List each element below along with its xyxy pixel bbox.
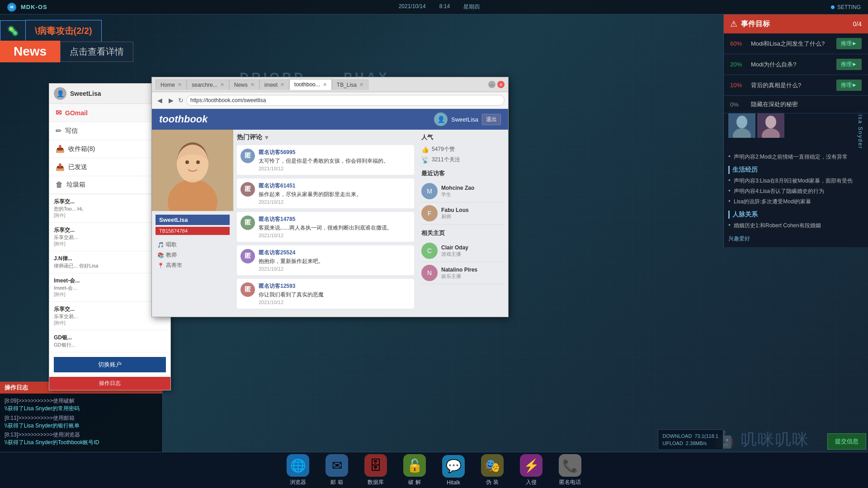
comment-3-content: 匿名访客14785 客观来说......两人各执一词，很难判断出到底谁在撒谎。 …	[259, 216, 392, 238]
event-header: ⚠ 事件目标 0/4	[724, 14, 868, 33]
browser-tab-home-close[interactable]: ✕	[178, 82, 182, 88]
submit-info-button[interactable]: 提交信息	[827, 433, 866, 450]
toothbook-user-area: 👤 SweetLisa 退出	[434, 113, 501, 126]
browser-tab-searchre-close[interactable]: ✕	[220, 82, 224, 88]
event-text-4: 隐藏在深处的秘密	[751, 100, 862, 108]
browser-back-button[interactable]: ◀	[156, 96, 164, 105]
browser-close-button[interactable]: ✕	[497, 81, 505, 88]
taskbar-intrude[interactable]: ⚡ 入侵	[515, 451, 547, 488]
photo-1	[728, 111, 755, 138]
taskbar-hitalk[interactable]: 💬 Hitalk	[438, 452, 469, 488]
browser-tab-toothbook[interactable]: toothboo... ✕	[289, 79, 332, 90]
profile-card-main	[728, 111, 854, 149]
event-title: 事件目标	[741, 19, 770, 29]
taskbar-database[interactable]: 🗄 数据库	[360, 451, 392, 488]
taskbar-disguise[interactable]: 🎭 伪 装	[476, 451, 508, 488]
browser-tab-home[interactable]: Home ✕	[156, 80, 187, 90]
event-percent-2: 20%	[730, 61, 746, 68]
comments-chevron: ▾	[265, 134, 268, 141]
teacher-icon: 📚	[157, 252, 164, 258]
msg-preview-1: 您的Too... Hi,	[54, 206, 166, 212]
profile-image-inner	[152, 130, 233, 211]
browser-tab-searchre-label: searchre...	[192, 82, 217, 88]
event-text-3: 背后的真相是什么?	[751, 81, 832, 89]
event-item-3[interactable]: 10% 背后的真相是什么? 推理►	[724, 75, 868, 96]
taskbar-email[interactable]: ✉ 邮 箱	[321, 451, 353, 488]
taskbar-crack[interactable]: 🔓 破 解	[399, 451, 430, 488]
related-1[interactable]: C Clair Oday 游戏主播	[421, 240, 505, 262]
browser-tab-searchre[interactable]: searchre... ✕	[187, 80, 229, 90]
hitalk-label: Hitalk	[447, 479, 460, 486]
browser-tab-tblisa-close[interactable]: ✕	[359, 82, 363, 88]
event-btn-1[interactable]: 推理►	[836, 38, 862, 49]
op-result-1: \\获得了Lisa Snyder的常用密码	[5, 405, 80, 412]
email-label: 邮 箱	[330, 479, 343, 486]
browser-refresh-button[interactable]: ↻	[178, 97, 184, 104]
profile-card-name-area: Lisa Snyder	[857, 111, 863, 149]
browser-tab-tblisa[interactable]: TB_Lisa ✕	[332, 80, 368, 90]
browser-tab-imeet[interactable]: imeet ✕	[259, 80, 289, 90]
visitor-1-name: Mohcine Zao	[441, 185, 474, 191]
browser-minimize-button[interactable]: —	[488, 81, 495, 88]
visitor-1: M Mohcine Zao 学生	[421, 180, 505, 202]
msg-preview-4: Imeet-会...	[54, 285, 166, 291]
browser-tab-news-close[interactable]: ✕	[250, 82, 255, 88]
comment-2-name: 匿名访客61451	[259, 182, 362, 190]
toothbook-user-avatar: 👤	[434, 113, 448, 126]
topbar: M MDK-OS 2021/10/14 8:14 星期四 SETTING	[0, 0, 868, 14]
msg-from-1: 乐享交...	[54, 198, 166, 206]
interest-label: 兴趣爱好	[728, 234, 750, 243]
city-icon: 📍	[157, 263, 164, 269]
database-icon: 🗄	[364, 454, 387, 477]
taskbar-browser[interactable]: 🌐 浏览器	[282, 451, 314, 488]
browser-label: 浏览器	[290, 479, 306, 486]
news-tag: News	[0, 41, 60, 62]
browser-url-input[interactable]	[186, 95, 505, 106]
news-banner[interactable]: News 点击查看详情	[0, 41, 133, 62]
profile-info: 🎵 唱歌 📚 教师 📍 高蒂市	[154, 237, 231, 273]
browser-toolbar: ◀ ▶ ↻	[152, 92, 508, 109]
virus-banner[interactable]: 🦠 \病毒攻击(2/2)	[0, 20, 102, 42]
setting-dot	[831, 5, 835, 9]
related-1-info: Clair Oday 游戏主播	[441, 244, 468, 258]
toothbook-body: SweetLisa TB15874784 🎵 唱歌 📚 教师 📍	[152, 130, 508, 315]
comment-2-content: 匿名访客61451 振作起来，尽快从家暴男的阴影里走出来。 2021/10/12	[259, 182, 362, 205]
profile-avatar-svg	[152, 130, 233, 211]
browser-forward-button[interactable]: ▶	[167, 96, 175, 105]
op-log-content: [8:09]>>>>>>>>>>>使用破解 \\获得了Lisa Snyder的常…	[0, 394, 162, 452]
msg-from-6: GD银...	[54, 334, 166, 342]
comment-1-text: 太可怜了，但是你是个勇敢的女孩，你会得到幸福的。	[259, 157, 389, 165]
topbar-logo: M	[7, 3, 16, 12]
browser-window: Home ✕ searchre... ✕ News ✕ imeet ✕ toot…	[151, 77, 509, 317]
visitor-2-avatar: F	[421, 205, 438, 221]
browser-tab-toothbook-close[interactable]: ✕	[323, 82, 327, 88]
toothbook-logout-button[interactable]: 退出	[482, 114, 501, 125]
compose-icon: ✏	[56, 127, 61, 135]
popularity-title: 人气	[421, 133, 505, 141]
comment-4-content: 匿名访客25524 抱抱你，重新振作起来吧。 2021/10/12	[259, 249, 324, 272]
email-msg-6[interactable]: GD银... GD银行...	[49, 330, 170, 352]
visitor-1-role: 学生	[441, 191, 474, 198]
op-time-3: [8:13]>>>>>>>>>>>使用浏览器	[5, 432, 80, 438]
taskbar-anon-phone[interactable]: 📞 匿名电话	[554, 451, 586, 488]
database-label: 数据库	[368, 479, 384, 486]
comment-3-text: 客观来说......两人各执一词，很难判断出到底谁在撒谎。	[259, 224, 392, 232]
related-2[interactable]: N Natalino Pires 娱乐主播	[421, 262, 505, 284]
browser-tab-imeet-close[interactable]: ✕	[280, 82, 284, 88]
switch-account-button[interactable]: 切换账户	[54, 357, 166, 372]
like-icon: 👍	[421, 146, 429, 153]
event-btn-2[interactable]: 推理►	[836, 59, 862, 70]
op-entry-1: [8:09]>>>>>>>>>>>使用破解 \\获得了Lisa Snyder的常…	[5, 397, 158, 413]
event-btn-3[interactable]: 推理►	[836, 80, 862, 91]
browser-tab-news[interactable]: News ✕	[229, 80, 259, 90]
compose-label: 写信	[65, 127, 78, 135]
event-item-1[interactable]: 60% Modi和Lisa之间发生了什么? 推理►	[724, 33, 868, 54]
setting-label[interactable]: SETTING	[837, 4, 861, 10]
visitor-2-info: Fabu Lous 厨师	[441, 207, 469, 220]
op-log-button[interactable]: 操作日志	[49, 377, 170, 390]
toothbook-comments: 热门评论 ▾ 匿 匿名访客56995 太可怜了，但是你是个勇敢的女孩，你会得到幸…	[233, 130, 418, 315]
toothbook-content: toothbook 👤 SweetLisa 退出	[152, 109, 508, 317]
network-indicators: DOWNLOAD 73.1(118.1 UPLOAD 2.38MB/s	[658, 429, 723, 450]
sent-label: 已发送	[68, 163, 87, 171]
event-item-2[interactable]: 20% Modi为什么自杀? 推理►	[724, 54, 868, 75]
